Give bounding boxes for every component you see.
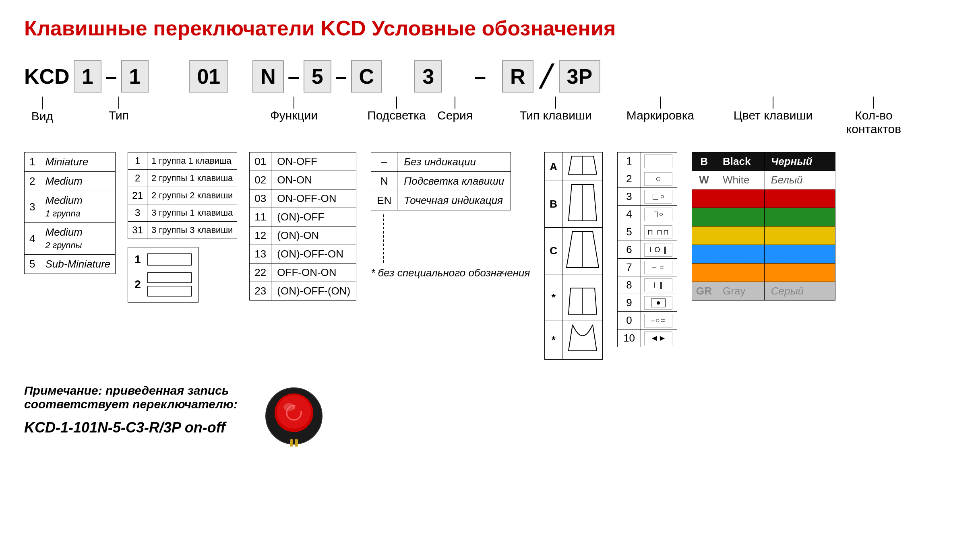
table-row: Y Yellow Желтый: [692, 226, 835, 245]
label-funkcii: Функции: [266, 97, 322, 122]
note-line2: соответствует переключателю:: [24, 397, 238, 411]
table-row: 03 ON-OFF-ON: [250, 189, 356, 208]
code-box-9: 3P: [559, 60, 601, 93]
label-cvet-klavishi: Цвет клавиши: [733, 97, 813, 122]
table-row: 12 (ON)-ON: [250, 226, 356, 245]
code-box-1: 1: [74, 60, 101, 93]
podsvetka-section: – Без индикации N Подсветка клавиши EN Т…: [371, 152, 530, 279]
markировка-table: 1 2 3: [617, 152, 677, 347]
svg-line-9: [593, 325, 597, 351]
table-row: 31 3 группы 3 клавиши: [128, 222, 237, 239]
table-row: 21 2 группы 2 клавиши: [128, 187, 237, 204]
key-shape-star2: [564, 323, 601, 355]
table-row: 1: [618, 152, 677, 170]
label-vid: Вид: [24, 97, 60, 123]
tip-klavishi-section: A B C: [544, 152, 603, 360]
switch-image: [262, 384, 326, 448]
vid-table: 1 Miniature 2 Medium 3 Medium1 группа 4 …: [24, 152, 116, 274]
funkcii-section: 01 ON-OFF 02 ON-ON 03 ON-OFF-ON 11 (ON)-…: [249, 152, 356, 301]
table-row: 7 – =: [618, 259, 677, 276]
podsvetka-footnote: * без специального обозначения: [371, 267, 530, 279]
label-tip: Тип: [101, 97, 137, 122]
funkcii-table: 01 ON-OFF 02 ON-ON 03 ON-OFF-ON 11 (ON)-…: [249, 152, 356, 301]
code-line: KCD 1 – 1 01 N – 5 – C 3 – R ╱ 3P: [24, 60, 956, 93]
table-row: W White Белый: [692, 171, 835, 189]
table-row: 9: [618, 294, 677, 312]
table-row: 10 ◄►: [618, 329, 677, 347]
table-row: 4: [618, 206, 677, 223]
key-shape-b: [564, 183, 601, 223]
markировка-section: 1 2 3: [617, 152, 677, 347]
table-row: 1 Miniature: [25, 152, 116, 172]
code-box-2: 1: [121, 60, 149, 93]
table-row: 5 Sub-Miniature: [25, 255, 116, 274]
table-row: 1 1 группа 1 клавиша: [128, 152, 237, 170]
table-row: N Подсветка клавиши: [371, 172, 511, 191]
label-seria: Серия: [431, 97, 479, 122]
table-row: 23 (ON)-OFF-(ON): [250, 282, 356, 301]
table-row: 2: [618, 170, 677, 188]
note-code: KCD-1-101N-5-C3-R/3P on-off: [24, 419, 238, 436]
table-row: 4 Medium2 группы: [25, 223, 116, 255]
code-box-4: N: [252, 60, 284, 93]
table-row: 22 OFF-ON-ON: [250, 264, 356, 282]
label-markировка: Маркировка: [620, 97, 701, 122]
table-row: A: [545, 152, 603, 181]
table-row: 01 ON-OFF: [250, 152, 356, 171]
label-contacts: Кол-воконтактов: [837, 97, 910, 136]
svg-rect-17: [290, 439, 293, 447]
tip-section: 1 1 группа 1 клавиша 2 2 группы 1 клавиш…: [128, 152, 237, 303]
table-row: G Green Зеленый: [692, 208, 835, 226]
bottom-section: Примечание: приведенная запись соответст…: [24, 384, 956, 448]
key-shape-star1: [564, 276, 601, 316]
vid-section: 1 Miniature 2 Medium 3 Medium1 группа 4 …: [24, 152, 116, 274]
code-box-8: R: [502, 60, 533, 93]
table-row: 8 I ‖: [618, 276, 677, 294]
tip-shapes: 1 2: [128, 247, 198, 303]
svg-point-13: [277, 395, 311, 429]
table-row: 0 –○=: [618, 312, 677, 329]
table-row: 5 ⊓ ⊓⊓: [618, 223, 677, 241]
table-row: 6 I O ‖: [618, 241, 677, 259]
table-row: *: [545, 274, 603, 321]
label-tip-klavishi: Тип клавиши: [511, 97, 600, 122]
podsvetka-table: – Без индикации N Подсветка клавиши EN Т…: [371, 152, 511, 210]
svg-rect-18: [295, 439, 298, 447]
note-line1: Примечание: приведенная запись: [24, 384, 238, 397]
key-shape-a: [564, 154, 601, 176]
switch-svg: [262, 384, 326, 448]
table-row: 3 Medium1 группа: [25, 191, 116, 223]
label-podsvetka: Подсветка: [362, 97, 431, 122]
table-row: BL Blue Синий: [692, 245, 835, 264]
table-row: B: [545, 181, 603, 228]
table-row: EN Точечная индикация: [371, 191, 511, 210]
svg-line-8: [569, 325, 573, 351]
code-box-6: C: [351, 60, 382, 93]
white-name-cell: White: [716, 171, 765, 189]
color-section: B Black Черный W White Белый R Red Красн…: [692, 152, 835, 301]
table-row: GR Gray Серый: [692, 282, 835, 301]
color-table: B Black Черный W White Белый R Red Красн…: [692, 152, 835, 301]
code-box-7: 3: [414, 60, 442, 93]
table-row: 3: [618, 188, 677, 206]
code-prefix: KCD: [24, 64, 70, 89]
table-row: 3 3 группы 1 клавиша: [128, 204, 237, 222]
table-row: O Orange Оранжевый: [692, 264, 835, 282]
table-row: 11 (ON)-OFF: [250, 208, 356, 226]
tip-klavishi-table: A B C: [544, 152, 603, 360]
code-box-3: 01: [189, 60, 228, 93]
table-row: – Без индикации: [371, 152, 511, 172]
code-box-5: 5: [304, 60, 331, 93]
page-title: Клавишные переключатели KCD Условные обо…: [24, 16, 956, 40]
table-row: C: [545, 228, 603, 274]
table-row: 13 (ON)-OFF-ON: [250, 245, 356, 264]
table-row: 2 2 группы 1 клавиша: [128, 170, 237, 187]
key-shape-c: [564, 229, 601, 270]
table-row: *: [545, 321, 603, 360]
table-row: R Red Красный: [692, 189, 835, 208]
table-row: B Black Черный: [692, 152, 835, 171]
table-row: 2 Medium: [25, 172, 116, 191]
tip-table: 1 1 группа 1 клавиша 2 2 группы 1 клавиш…: [128, 152, 237, 239]
table-row: 02 ON-ON: [250, 171, 356, 189]
note-text: Примечание: приведенная запись соответст…: [24, 384, 238, 436]
